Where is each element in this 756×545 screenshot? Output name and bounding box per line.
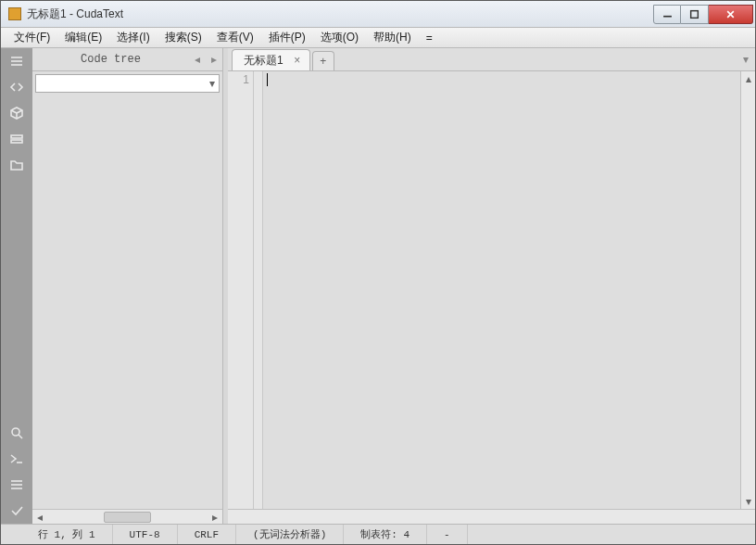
svg-line-13 [19, 435, 22, 438]
status-tab-size[interactable]: 制表符: 4 [344, 525, 427, 544]
code-tree-area[interactable] [32, 95, 222, 509]
tab-label: 无标题1 [244, 53, 284, 69]
svg-line-8 [17, 110, 22, 113]
menu-view[interactable]: 查看(V) [209, 28, 261, 47]
maximize-button[interactable] [681, 5, 709, 24]
gutter-project-icon[interactable] [1, 100, 32, 126]
status-encoding[interactable]: UTF-8 [113, 525, 178, 544]
tab-active[interactable]: 无标题1 × [232, 49, 310, 70]
side-panel-prev-icon[interactable]: ◂ [189, 48, 206, 70]
menu-options[interactable]: 选项(O) [313, 28, 366, 47]
scroll-left-icon[interactable]: ◂ [32, 511, 47, 524]
gutter-tabs-icon[interactable] [1, 126, 32, 152]
svg-point-12 [12, 428, 19, 436]
scroll-down-icon[interactable]: ▾ [741, 494, 755, 509]
menu-plugins[interactable]: 插件(P) [261, 28, 313, 47]
plus-icon: + [320, 55, 326, 68]
menu-file[interactable]: 文件(F) [6, 28, 57, 47]
side-panel-filter[interactable]: ▾ [35, 74, 220, 93]
gutter-output-icon[interactable] [1, 472, 32, 498]
svg-rect-11 [11, 140, 22, 143]
side-panel-filter-input[interactable] [36, 78, 206, 89]
gutter-code-icon[interactable] [1, 74, 32, 100]
editor-text-area[interactable] [263, 71, 740, 509]
menubar: 文件(F) 编辑(E) 选择(I) 搜索(S) 查看(V) 插件(P) 选项(O… [1, 28, 755, 48]
scroll-right-icon[interactable]: ▸ [208, 511, 222, 524]
fold-gutter [254, 71, 263, 509]
tabbar: 无标题1 × + ▾ [228, 48, 755, 71]
svg-line-7 [11, 110, 17, 113]
minimize-button[interactable] [653, 5, 681, 24]
menu-select[interactable]: 选择(I) [109, 28, 157, 47]
side-panel-hscroll[interactable]: ◂ ▸ [32, 509, 222, 524]
menu-extra[interactable]: = [419, 30, 440, 46]
editor-vscroll[interactable]: ▴ ▾ [740, 71, 755, 509]
editor-hscroll[interactable] [228, 509, 755, 524]
side-panel-filter-dropdown-icon[interactable]: ▾ [206, 77, 219, 90]
menu-help[interactable]: 帮助(H) [366, 28, 419, 47]
gutter-menu-icon[interactable] [1, 48, 32, 74]
side-panel-next-icon[interactable]: ▸ [206, 48, 222, 70]
svg-rect-1 [691, 10, 699, 18]
window-title: 无标题1 - CudaText [27, 6, 653, 22]
scroll-thumb[interactable] [104, 512, 152, 523]
sidebar-gutter [1, 48, 32, 524]
close-button[interactable] [709, 5, 753, 24]
caret [267, 73, 268, 86]
tab-close-icon[interactable]: × [291, 54, 304, 67]
side-panel-title: Code tree [32, 53, 189, 66]
scroll-up-icon[interactable]: ▴ [741, 71, 755, 86]
titlebar: 无标题1 - CudaText [1, 1, 755, 28]
tab-add-button[interactable]: + [312, 51, 334, 70]
line-number: 1 [228, 73, 249, 86]
gutter-folder-icon[interactable] [1, 152, 32, 178]
side-panel: Code tree ◂ ▸ ▾ ◂ ▸ [32, 48, 223, 524]
status-lexer[interactable]: (无词法分析器) [236, 525, 344, 544]
status-position[interactable]: 行 1, 列 1 [1, 525, 113, 544]
menu-search[interactable]: 搜索(S) [158, 28, 209, 47]
menu-edit[interactable]: 编辑(E) [57, 28, 109, 47]
line-number-gutter: 1 [228, 71, 254, 509]
svg-rect-10 [11, 135, 22, 138]
gutter-validate-icon[interactable] [1, 498, 32, 524]
app-icon [8, 7, 21, 20]
gutter-search-icon[interactable] [1, 420, 32, 446]
status-line-ending[interactable]: CRLF [178, 525, 236, 544]
gutter-console-icon[interactable] [1, 446, 32, 472]
statusbar: 行 1, 列 1 UTF-8 CRLF (无词法分析器) 制表符: 4 - [1, 524, 755, 544]
tab-menu-icon[interactable]: ▾ [738, 52, 753, 67]
status-extra[interactable]: - [427, 525, 468, 544]
